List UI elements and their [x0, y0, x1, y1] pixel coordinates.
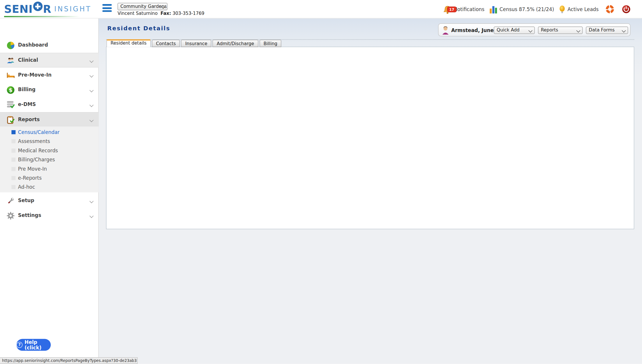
sidebar-item-label: e-DMS — [18, 102, 36, 107]
bullet-square-icon — [11, 149, 15, 153]
sidebar-subitem-label: Billing/Charges — [18, 157, 55, 163]
reports-select[interactable]: Reports — [538, 26, 583, 34]
sidebar-item-settings[interactable]: Settings — [0, 208, 99, 223]
resident-avatar-icon — [442, 26, 449, 35]
notifications-item[interactable]: 17 Notifications — [443, 0, 484, 18]
tab-billing[interactable]: Billing — [260, 40, 282, 47]
chevron-down-icon — [89, 59, 94, 63]
sidebar-item-pre-move-in-report[interactable]: Pre Move-In — [0, 164, 99, 173]
sidebar-item-billing[interactable]: $ Billing — [0, 83, 99, 98]
bed-icon — [6, 71, 15, 79]
tab-resident-details[interactable]: Resident details — [106, 39, 151, 47]
resident-header-box: Armstead, June Quick Add Reports Data Fo… — [438, 23, 631, 36]
sidebar-item-label: Pre-Move-In — [18, 72, 52, 78]
user-info-line: Vincent Saturnino Fax: 303-353-1769 — [117, 11, 204, 16]
sidebar-item-setup[interactable]: Setup — [0, 194, 99, 208]
chevron-down-icon — [89, 214, 94, 218]
resident-name: Armstead, June — [451, 27, 494, 33]
dashboard-pie-icon — [6, 41, 15, 50]
chevron-down-icon — [89, 103, 94, 107]
user-name: Vincent Saturnino — [117, 11, 158, 16]
tab-contacts[interactable]: Contacts — [152, 40, 180, 47]
sidebar-item-census-calendar[interactable]: Census/Calendar — [0, 128, 99, 137]
power-icon — [622, 5, 631, 14]
tab-insurance[interactable]: Insurance — [181, 40, 211, 47]
clinical-people-icon — [6, 56, 15, 65]
logout-item[interactable] — [622, 0, 631, 18]
resident-details-panel — [106, 47, 634, 229]
sidebar-item-label: Reports — [18, 117, 40, 123]
tab-bar: Resident details Contacts Insurance Admi… — [106, 40, 281, 47]
page-title: Resident Details — [107, 25, 170, 31]
data-forms-select[interactable]: Data Forms — [586, 26, 628, 34]
sidebar-item-e-dms[interactable]: e-DMS — [0, 98, 99, 112]
sidebar-item-ad-hoc[interactable]: Ad-hoc — [0, 183, 99, 192]
help-question-icon: ? — [16, 342, 22, 348]
sidebar: Dashboard Clinical Pre-Move-In — [0, 18, 99, 364]
sidebar-item-medical-records[interactable]: Medical Records — [0, 146, 99, 155]
fax-number: 303-353-1769 — [172, 11, 204, 16]
quick-add-select[interactable]: Quick Add — [494, 26, 535, 34]
census-item[interactable]: Census 87.5% (21/24) — [490, 0, 554, 18]
reports-submenu: Census/Calendar Assessments Medical Reco… — [0, 126, 99, 192]
logo-underline — [4, 16, 80, 17]
sidebar-item-label: Clinical — [18, 57, 38, 63]
sidebar-subitem-label: Pre Move-In — [18, 166, 47, 172]
sidebar-item-dashboard[interactable]: Dashboard — [0, 38, 99, 53]
bullet-square-icon — [11, 176, 15, 180]
help-button-label: Help (click) — [24, 339, 51, 351]
fax-label: Fax: — [160, 11, 171, 16]
sidebar-subitem-label: Medical Records — [18, 148, 58, 153]
active-leads-label: Active Leads — [567, 6, 599, 12]
bullet-square-icon — [11, 158, 15, 162]
bullet-square-icon — [11, 130, 15, 134]
logo-text-r: R — [43, 3, 51, 15]
menu-toggle-icon[interactable] — [102, 4, 112, 12]
sidebar-item-billing-charges[interactable]: Billing/Charges — [0, 155, 99, 164]
chevron-down-icon — [89, 199, 94, 203]
quick-add-value: Quick Add — [497, 27, 520, 33]
active-leads-item[interactable]: Active Leads — [559, 0, 599, 18]
logo-text-seni: SENI — [4, 3, 33, 15]
svg-text:$: $ — [9, 87, 13, 93]
support-item[interactable] — [606, 0, 614, 18]
logo-plus-circle-icon — [33, 2, 43, 11]
tab-admit-discharge[interactable]: Admit/Discharge — [213, 40, 258, 47]
sidebar-subitem-label: e-Reports — [18, 175, 42, 181]
sidebar-subitem-label: Census/Calendar — [18, 129, 60, 135]
census-label: Census 87.5% (21/24) — [500, 6, 554, 12]
sidebar-item-clinical[interactable]: Clinical — [0, 53, 99, 68]
sidebar-item-assessments[interactable]: Assessments — [0, 137, 99, 146]
bullet-square-icon — [11, 139, 15, 143]
chevron-down-icon — [89, 118, 94, 122]
sidebar-item-e-reports[interactable]: e-Reports — [0, 174, 99, 183]
sidebar-item-label: Billing — [18, 87, 36, 93]
gear-icon — [6, 212, 15, 220]
notifications-label: Notifications — [454, 6, 484, 12]
chevron-down-icon — [89, 73, 94, 77]
bullet-square-icon — [11, 185, 15, 189]
sidebar-subitem-label: Assessments — [18, 139, 50, 144]
sidebar-item-pre-move-in[interactable]: Pre-Move-In — [0, 68, 99, 83]
sidebar-item-reports[interactable]: Reports — [0, 112, 99, 127]
status-bar-url: https://app.seniorinsight.com/ReportsPag… — [0, 357, 137, 364]
life-ring-icon — [606, 5, 614, 14]
data-forms-value: Data Forms — [589, 27, 615, 33]
chevron-down-icon — [89, 88, 94, 92]
sidebar-item-label: Setup — [18, 198, 34, 204]
top-bar: SENIRINSIGHT Community Gardens Vincent S… — [0, 0, 642, 18]
notifications-badge: 17 — [447, 6, 456, 12]
wrench-icon — [6, 197, 15, 205]
facility-select[interactable]: Community Gardens — [117, 3, 167, 10]
app-viewport: SENIRINSIGHT Community Gardens Vincent S… — [0, 0, 642, 364]
bar-chart-icon — [490, 5, 497, 13]
bullet-square-icon — [11, 167, 15, 171]
sidebar-item-label: Dashboard — [18, 42, 48, 48]
app-logo: SENIRINSIGHT — [4, 2, 91, 16]
database-stack-icon — [6, 101, 15, 109]
sidebar-item-label: Settings — [18, 213, 41, 218]
help-button[interactable]: ? Help (click) — [16, 339, 51, 351]
facility-select-value: Community Gardens — [120, 4, 167, 9]
sidebar-subitem-label: Ad-hoc — [18, 184, 35, 190]
reports-value: Reports — [541, 27, 558, 33]
